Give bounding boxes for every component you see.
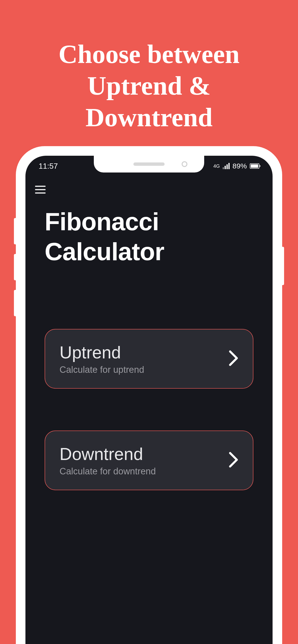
- uptrend-option[interactable]: Uptrend Calculate for uptrend: [45, 329, 253, 388]
- status-bar: 11:57 4G 89%: [26, 160, 272, 172]
- status-right: 4G 89%: [213, 162, 259, 170]
- promo-heading-line-2: Uptrend &: [14, 70, 284, 102]
- downtrend-option[interactable]: Downtrend Calculate for downtrend: [45, 430, 253, 490]
- app-title-line-2: Calculator: [45, 237, 265, 267]
- option-subtitle: Calculate for uptrend: [60, 365, 144, 375]
- option-title: Downtrend: [60, 444, 156, 464]
- option-subtitle: Calculate for downtrend: [60, 466, 156, 476]
- phone-volume-down: [14, 254, 16, 280]
- chevron-right-icon: [228, 452, 238, 469]
- app-title: Fibonacci Calculator: [45, 207, 265, 267]
- phone-switch: [14, 290, 16, 316]
- menu-button[interactable]: [33, 183, 48, 196]
- option-title: Uptrend: [60, 342, 144, 362]
- app-title-line-1: Fibonacci: [45, 207, 265, 237]
- battery-icon: [250, 164, 259, 169]
- phone-volume-up: [14, 218, 16, 244]
- signal-icon: [223, 163, 230, 169]
- app-content: Fibonacci Calculator Uptrend Calculate f…: [26, 183, 272, 490]
- status-time: 11:57: [39, 162, 58, 170]
- phone-screen: 11:57 4G 89%: [26, 156, 272, 644]
- promo-heading-line-3: Downtrend: [14, 102, 284, 133]
- promo-heading: Choose between Uptrend & Downtrend: [0, 0, 298, 133]
- phone-side-buttons-left: [14, 218, 16, 326]
- promo-heading-line-1: Choose between: [14, 38, 284, 70]
- hamburger-icon: [35, 186, 46, 194]
- phone-power-button: [282, 247, 284, 285]
- battery-percent: 89%: [232, 162, 247, 170]
- option-text: Downtrend Calculate for downtrend: [60, 444, 156, 476]
- network-indicator: 4G: [213, 164, 220, 168]
- option-text: Uptrend Calculate for uptrend: [60, 342, 144, 375]
- options-container: Uptrend Calculate for uptrend Downtrend …: [33, 329, 265, 490]
- phone-frame: 11:57 4G 89%: [16, 146, 282, 644]
- chevron-right-icon: [228, 350, 238, 368]
